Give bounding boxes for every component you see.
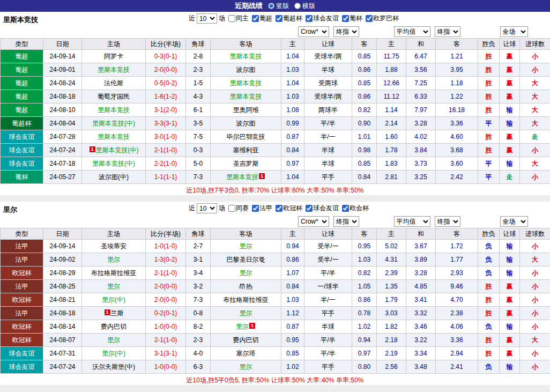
handicap-cell: 半/一 (304, 130, 352, 144)
league-checkbox[interactable] (276, 15, 283, 22)
league-checkbox[interactable] (276, 205, 283, 212)
bookmaker-select[interactable]: Crow* (298, 216, 329, 227)
match-count-select[interactable]: 10 (197, 203, 217, 213)
team-section-1: 里斯本竞技近10场同主葡超葡超杯球会友谊葡杯欧罗巴杯Crow*终指平均值终指全场… (0, 12, 550, 195)
layout-option-horizontal[interactable]: 横版 (294, 2, 315, 11)
match-row: 球会友谊24-07-28里斯本竞技3-0(1-0)7-5毕尔巴鄂竞技0.87半/… (1, 130, 550, 144)
team-name: 里斯本竞技 (98, 106, 130, 114)
odds-cell: 1.72 (436, 240, 478, 253)
league-checkbox[interactable] (342, 205, 349, 212)
layout-option-vertical[interactable]: 竖版 (268, 2, 289, 11)
league-filter-label: 葡超 (259, 14, 272, 23)
league-filter[interactable]: 法甲 (252, 204, 272, 213)
same-filter[interactable]: 同赛 (228, 204, 249, 213)
odds-cell: 3.36 (436, 117, 478, 130)
column-header: 类型 (1, 39, 43, 50)
league-cell: 葡超 (1, 63, 43, 77)
league-checkbox[interactable] (306, 205, 313, 212)
section-header: 里斯本竞技近10场同主葡超葡超杯球会友谊葡杯欧罗巴杯 (0, 12, 550, 26)
odds-cell: 0.84 (352, 171, 377, 184)
bookmaker-select[interactable]: Crow* (298, 26, 329, 37)
odds-cell: 3.32 (406, 307, 436, 320)
column-header: 客 (436, 39, 478, 50)
league-checkbox[interactable] (342, 15, 349, 22)
league-filter[interactable]: 葡超杯 (276, 14, 302, 23)
league-checkbox[interactable] (252, 205, 259, 212)
match-score: 2-1(1-0) (146, 144, 186, 157)
odds-cell: 11.12 (377, 90, 406, 103)
match-score: 2-0(0-0) (146, 293, 186, 307)
result-cell: 胜 (478, 77, 500, 90)
league-filter[interactable]: 欧罗巴杯 (366, 14, 399, 23)
final-odds-select-2[interactable]: 终指 (435, 26, 460, 37)
odds-cell: 3.84 (406, 144, 436, 157)
team-name: 布拉格斯拉维亚 (91, 269, 136, 277)
league-cell: 葡超 (1, 77, 43, 90)
team-name: 里斯本竞技 (230, 93, 262, 100)
dropdown-group: 平均值终指 (376, 26, 478, 37)
match-row: 球会友谊24-07-24沃尔夫斯堡(中)1-0(0-0)6-3里尔1.02平手0… (1, 360, 550, 374)
match-row: 葡超24-09-14阿罗卡0-3(0-1)2-8里斯本竞技1.04受球半/两0.… (1, 50, 550, 63)
goals-result-cell: 大 (520, 157, 550, 171)
match-score: 1-0(1-0) (146, 240, 186, 253)
vertical-radio[interactable] (268, 3, 274, 9)
column-header: 客场 (211, 39, 281, 50)
league-filter-label: 欧会杯 (350, 204, 369, 213)
handicap-cell: 半球 (304, 144, 352, 157)
column-header: 主场 (82, 39, 146, 50)
match-score: 1-0(0-0) (146, 320, 186, 334)
average-select[interactable]: 平均值 (394, 26, 430, 37)
league-cell: 葡超杯 (1, 117, 43, 130)
horizontal-radio[interactable] (294, 3, 301, 9)
league-filter-label: 法甲 (259, 204, 272, 213)
league-filter[interactable]: 欧会杯 (342, 204, 369, 213)
home-team-cell: 1里斯本竞技(中) (82, 144, 146, 157)
league-checkbox[interactable] (252, 15, 259, 22)
match-score: 2-0(0-0) (146, 280, 186, 293)
handicap-result-cell: 赢 (500, 280, 520, 293)
league-filter[interactable]: 球会友谊 (306, 204, 339, 213)
league-filter[interactable]: 葡超 (252, 14, 272, 23)
odds-cell: 0.85 (352, 77, 377, 90)
column-header: 类型 (1, 228, 43, 240)
results-table: 类型日期主场比分(半场)角球客场主让球客主和客胜负让球进球数葡超24-09-14… (0, 38, 550, 184)
league-filter-label: 欧冠杯 (283, 204, 302, 213)
away-team-cell: 里斯本竞技 (211, 77, 281, 90)
full-match-select[interactable]: 全场 (500, 216, 528, 227)
team-name: 里斯本竞技(中) (96, 146, 139, 154)
away-team-cell: 里斯本竞技 (211, 50, 281, 63)
final-odds-select-2[interactable]: 终指 (435, 216, 460, 227)
league-filter[interactable]: 葡杯 (342, 14, 362, 23)
handicap-result-cell: 输 (500, 103, 520, 117)
horizontal-radio-label: 横版 (302, 2, 315, 11)
same-filter[interactable]: 同主 (228, 14, 249, 23)
handicap-result-cell: 输 (500, 360, 520, 374)
column-header: 胜负 (478, 228, 500, 240)
league-checkbox[interactable] (366, 15, 373, 22)
home-team-cell: 里斯本竞技 (82, 130, 146, 144)
result-cell: 胜 (478, 130, 500, 144)
final-odds-select[interactable]: 终指 (333, 26, 359, 37)
same-checkbox[interactable] (228, 15, 235, 22)
goals-result-cell: 小 (520, 171, 550, 184)
corner-score: 2-7 (186, 240, 211, 253)
games-label: 场 (219, 204, 225, 213)
full-match-select[interactable]: 全场 (500, 26, 528, 37)
same-checkbox[interactable] (228, 205, 235, 212)
league-cell: 欧冠杯 (1, 267, 43, 280)
odds-cell: 7.97 (406, 103, 436, 117)
handicap-result-cell: 赢 (500, 307, 520, 320)
odds-cell: 3.34 (406, 347, 436, 360)
match-count-select[interactable]: 10 (197, 13, 217, 24)
final-odds-select[interactable]: 终指 (333, 216, 359, 227)
league-checkbox[interactable] (306, 15, 313, 22)
column-header: 和 (406, 39, 436, 50)
odds-cell: 1.22 (436, 90, 478, 103)
goals-result-cell: 小 (520, 280, 550, 293)
league-filter[interactable]: 欧冠杯 (276, 204, 302, 213)
average-select[interactable]: 平均值 (394, 216, 430, 227)
league-filter-label: 欧罗巴杯 (373, 14, 399, 23)
league-filter[interactable]: 球会友谊 (306, 14, 339, 23)
match-row: 葡超24-08-18葡萄牙国民1-6(1-2)4-3里斯本竞技1.03受球半/两… (1, 90, 550, 103)
odds-cell: 4.60 (436, 130, 478, 144)
